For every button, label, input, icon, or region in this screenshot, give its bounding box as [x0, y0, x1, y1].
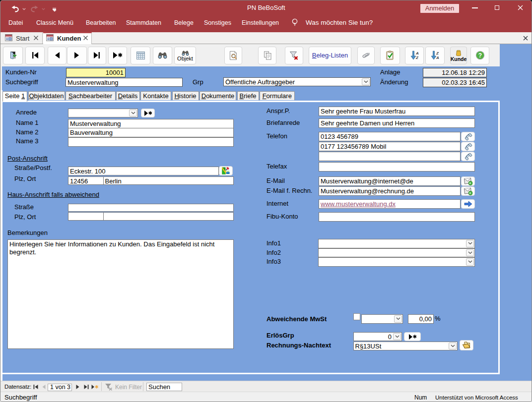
- svg-text:A: A: [436, 56, 439, 60]
- svg-text:?: ?: [478, 52, 481, 59]
- svg-text:Z: Z: [415, 56, 419, 60]
- svg-text:Z: Z: [436, 51, 439, 56]
- svg-text:A: A: [415, 51, 419, 56]
